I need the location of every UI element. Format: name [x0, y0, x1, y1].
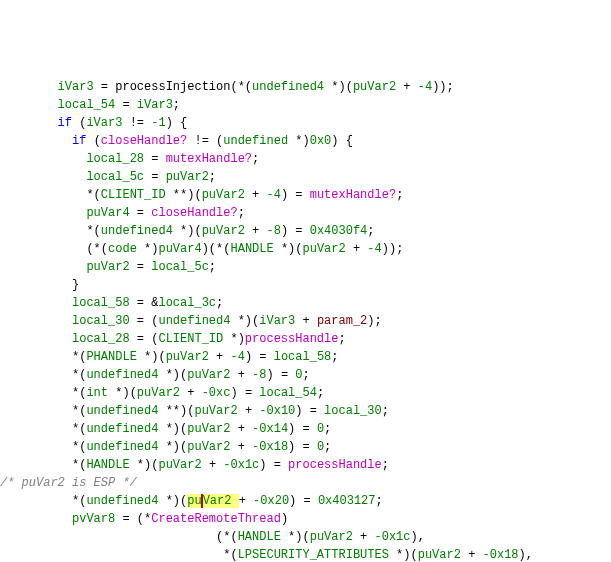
code-token: HANDLE: [86, 458, 136, 472]
code-token: **)(: [173, 188, 202, 202]
code-token: CLIENT_ID: [101, 188, 173, 202]
code-token: ) =: [259, 458, 288, 472]
code-token: = &: [137, 296, 159, 310]
code-token: ;: [216, 296, 223, 310]
code-token: *): [144, 242, 158, 256]
code-token: =: [122, 98, 136, 112]
code-line[interactable]: local_5c = puVar2;: [0, 168, 611, 186]
code-token: 0x0: [310, 134, 332, 148]
code-token: = (: [137, 314, 159, 328]
code-token: +: [252, 224, 266, 238]
code-line[interactable]: if (iVar3 != -1) {: [0, 114, 611, 132]
code-token: =: [151, 152, 165, 166]
code-token: -0x10: [259, 404, 295, 418]
code-token: local_28: [72, 332, 137, 346]
code-line[interactable]: *(CLIENT_ID **)(puVar2 + -4) = mutexHand…: [0, 186, 611, 204]
code-token: *(: [72, 422, 86, 436]
code-token: -4: [266, 188, 280, 202]
code-token: ));: [382, 242, 404, 256]
code-token: *)(: [166, 368, 188, 382]
code-line[interactable]: iVar3 = processInjection(*(undefined4 *)…: [0, 78, 611, 96]
code-token: local_5c: [86, 170, 151, 184]
code-token: );: [367, 314, 381, 328]
code-line[interactable]: puVar4 = closeHandle?;: [0, 204, 611, 222]
code-token: local_58: [274, 350, 332, 364]
code-token: undefined4: [86, 404, 165, 418]
code-token: +: [252, 188, 266, 202]
code-line[interactable]: *(undefined4 *)(puVar2 + -0x14) = 0;: [0, 420, 611, 438]
code-token: (: [94, 134, 101, 148]
code-token: =: [101, 80, 115, 94]
code-line[interactable]: *(undefined4 *)(puVar2 + -0x18) = 0;: [0, 438, 611, 456]
code-token: *(: [72, 350, 86, 364]
code-token: (*(: [216, 530, 238, 544]
code-token: Var2: [203, 494, 239, 508]
code-token: ;: [324, 422, 331, 436]
code-token: local_5c: [151, 260, 209, 274]
code-token: = (: [137, 332, 159, 346]
code-line[interactable]: local_58 = &local_3c;: [0, 294, 611, 312]
code-token: +: [245, 404, 259, 418]
code-token: *): [295, 134, 309, 148]
code-token: *(: [72, 494, 86, 508]
code-token: **)(: [166, 404, 195, 418]
code-line[interactable]: *(LPSECURITY_ATTRIBUTES *)(puVar2 + -0x1…: [0, 546, 611, 562]
code-line[interactable]: pvVar8 = (*CreateRemoteThread): [0, 510, 611, 528]
code-token: if: [72, 134, 94, 148]
code-token: ;: [331, 350, 338, 364]
code-token: +: [187, 386, 201, 400]
code-token: *): [230, 332, 244, 346]
code-line[interactable]: *(undefined4 *)(puVar2 + -0x20) = 0x4031…: [0, 492, 611, 510]
code-token: ;: [338, 332, 345, 346]
code-token: *(: [72, 386, 86, 400]
decompiler-code-view[interactable]: iVar3 = processInjection(*(undefined4 *)…: [0, 78, 611, 562]
code-token: }: [72, 278, 79, 292]
code-line[interactable]: *(HANDLE *)(puVar2 + -0x1c) = processHan…: [0, 456, 611, 474]
code-token: HANDLE: [238, 530, 288, 544]
code-token: mutexHandle?: [310, 188, 396, 202]
code-token: puVar2: [187, 440, 237, 454]
code-token: *(: [72, 404, 86, 418]
code-token: +: [238, 440, 252, 454]
code-line[interactable]: puVar2 = local_5c;: [0, 258, 611, 276]
code-token: *)(: [180, 224, 202, 238]
code-token: undefined4: [252, 80, 331, 94]
code-token: puVar2: [137, 386, 187, 400]
code-token: *)(: [288, 530, 310, 544]
code-token: -0x18: [252, 440, 288, 454]
code-token: puVar2: [418, 548, 468, 562]
code-line[interactable]: if (closeHandle? != (undefined *)0x0) {: [0, 132, 611, 150]
code-token: undefined4: [86, 422, 165, 436]
code-line[interactable]: local_28 = (CLIENT_ID *)processHandle;: [0, 330, 611, 348]
code-line[interactable]: (*(code *)puVar4)(*(HANDLE *)(puVar2 + -…: [0, 240, 611, 258]
code-token: ): [281, 512, 288, 526]
code-token: puVar2: [166, 170, 209, 184]
code-line[interactable]: local_54 = iVar3;: [0, 96, 611, 114]
code-token: 0x4030f4: [310, 224, 368, 238]
code-token: *(: [72, 368, 86, 382]
code-line[interactable]: *(PHANDLE *)(puVar2 + -4) = local_58;: [0, 348, 611, 366]
code-token: ) =: [289, 494, 318, 508]
code-line[interactable]: *(undefined4 *)(puVar2 + -8) = 0;: [0, 366, 611, 384]
code-token: ) =: [281, 224, 310, 238]
code-line[interactable]: /* puVar2 is ESP */: [0, 474, 611, 492]
code-token: *(: [223, 548, 237, 562]
code-line[interactable]: *(int *)(puVar2 + -0xc) = local_54;: [0, 384, 611, 402]
code-token: ;: [209, 260, 216, 274]
code-line[interactable]: local_30 = (undefined4 *)(iVar3 + param_…: [0, 312, 611, 330]
code-token: *(: [72, 458, 86, 472]
code-token: ;: [367, 224, 374, 238]
code-token: -4: [418, 80, 432, 94]
code-line[interactable]: local_28 = mutexHandle?;: [0, 150, 611, 168]
code-token: local_30: [72, 314, 137, 328]
code-token: /* puVar2 is ESP */: [0, 476, 137, 490]
code-line[interactable]: (*(HANDLE *)(puVar2 + -0x1c),: [0, 528, 611, 546]
code-token: iVar3: [58, 80, 101, 94]
code-token: *)(: [331, 80, 353, 94]
code-line[interactable]: *(undefined4 **)(puVar2 + -0x10) = local…: [0, 402, 611, 420]
code-token: -0x18: [483, 548, 519, 562]
code-line[interactable]: }: [0, 276, 611, 294]
code-token: pvVar8: [72, 512, 122, 526]
code-token: 0x403127: [318, 494, 376, 508]
code-line[interactable]: *(undefined4 *)(puVar2 + -8) = 0x4030f4;: [0, 222, 611, 240]
